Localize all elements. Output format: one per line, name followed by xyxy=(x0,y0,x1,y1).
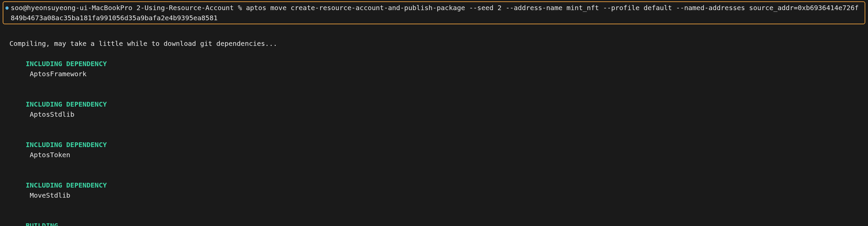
prompt-indicator-icon: ● xyxy=(5,3,9,13)
dependency-name xyxy=(26,191,30,199)
building-line: BUILDING Examples xyxy=(9,210,865,226)
blank-line xyxy=(9,28,865,38)
command-text: soo@hyeonsuyeong-ui-MacBookPro 2-Using-R… xyxy=(11,3,863,23)
dependency-line: INCLUDING DEPENDENCY AptosToken xyxy=(9,130,865,170)
include-dependency-label: INCLUDING DEPENDENCY xyxy=(26,100,107,108)
building-label: BUILDING xyxy=(26,222,58,226)
dependency-name: AptosToken xyxy=(30,151,70,159)
dependency-name xyxy=(26,110,30,118)
dependency-line: INCLUDING DEPENDENCY AptosStdlib xyxy=(9,89,865,130)
terminal-output: Compiling, may take a little while to do… xyxy=(3,28,865,226)
include-dependency-label: INCLUDING DEPENDENCY xyxy=(26,141,107,149)
dependency-name: MoveStdlib xyxy=(30,191,70,199)
include-dependency-label: INCLUDING DEPENDENCY xyxy=(26,60,107,68)
dependency-name xyxy=(26,151,30,159)
dependency-name xyxy=(26,70,30,78)
dependency-name: AptosFramework xyxy=(30,70,87,78)
dependency-name: AptosStdlib xyxy=(30,110,74,118)
compiling-message: Compiling, may take a little while to do… xyxy=(9,38,865,49)
include-dependency-label: INCLUDING DEPENDENCY xyxy=(26,181,107,189)
dependency-line: INCLUDING DEPENDENCY AptosFramework xyxy=(9,49,865,89)
command-highlight-box: ● soo@hyeonsuyeong-ui-MacBookPro 2-Using… xyxy=(3,1,865,24)
dependency-line: INCLUDING DEPENDENCY MoveStdlib xyxy=(9,170,865,210)
